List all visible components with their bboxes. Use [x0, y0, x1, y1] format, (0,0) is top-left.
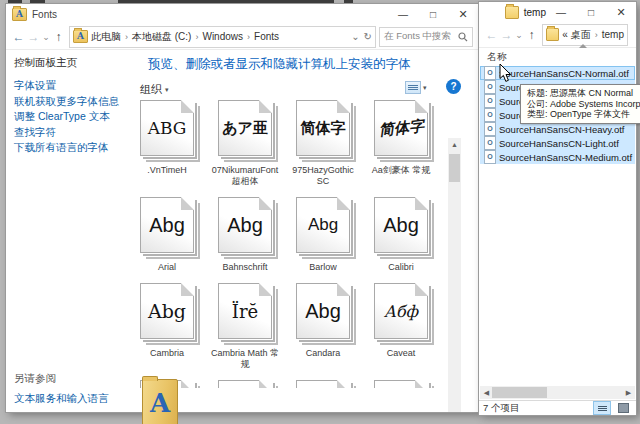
forward-icon[interactable]: → [26, 30, 41, 44]
font-tile-nikumaru[interactable]: あア亜 07NikumaruFont 超相体 [206, 100, 284, 187]
font-file-icon: Ab [218, 380, 272, 388]
font-name: Cambria Math 常规 [208, 348, 282, 370]
window-title: temp [524, 7, 546, 18]
font-preview: Abg [308, 215, 338, 235]
font-name: .VnTimeH [147, 165, 187, 176]
breadcrumb-item[interactable]: 桌面 [571, 28, 591, 42]
font-file-icon: Абф [374, 283, 428, 339]
sidebar-item-adjust-cleartype[interactable]: 调整 ClearType 文本 [14, 109, 119, 125]
maximize-button[interactable]: □ [418, 4, 448, 24]
breadcrumb-item[interactable]: 此电脑 [91, 30, 121, 44]
close-button[interactable]: ✕ [448, 4, 478, 24]
sidebar-item-download-fonts[interactable]: 下载所有语言的字体 [14, 140, 119, 156]
font-name: 975HazyGothic SC [286, 165, 360, 187]
scroll-right-icon[interactable]: ▶ [622, 386, 635, 399]
font-tile-partial[interactable]: Ab [206, 380, 284, 388]
search-input[interactable]: 在 Fonts 中搜索 [379, 27, 473, 47]
drag-ghost-fonts-folder-icon: A [142, 379, 178, 424]
minimize-button[interactable]: — [546, 2, 576, 22]
up-icon[interactable]: ↑ [51, 30, 66, 44]
font-tile-cambria[interactable]: Abg Cambria [128, 283, 206, 370]
otf-file-icon: O [484, 150, 496, 164]
font-file-icon: 简体字 [296, 100, 350, 156]
sidebar-item-font-settings[interactable]: 字体设置 [14, 78, 119, 94]
font-tile-hazygothic[interactable]: 简体字 975HazyGothic SC [284, 100, 362, 187]
minimize-button[interactable]: — [388, 4, 418, 24]
file-row[interactable]: O SourceHanSansCN-Heavy.otf [480, 122, 635, 136]
font-preview: Abg [149, 214, 185, 237]
font-tile-caveat[interactable]: Абф Caveat [362, 283, 440, 370]
history-dropdown-icon[interactable]: ⌄ [514, 30, 524, 40]
up-icon[interactable]: ↑ [524, 28, 539, 42]
font-tile-barlow[interactable]: Abg Barlow [284, 197, 362, 273]
fonts-folder-icon: A [73, 30, 88, 43]
address-bar[interactable]: A 此电脑 › 本地磁盘 (C:) › Windows › Fonts ⌄ ↻ [69, 26, 376, 48]
font-name: 07NikumaruFont 超相体 [208, 165, 282, 187]
tooltip-company: 公司: Adobe Systems Incorporated [527, 99, 640, 110]
sort-ascending-icon [579, 44, 587, 48]
file-row[interactable]: O SourceHanSansCN-Light.otf [480, 136, 635, 150]
breadcrumb-item[interactable]: temp [602, 29, 624, 40]
history-dropdown-icon[interactable]: ⌄ [41, 32, 51, 42]
back-icon[interactable]: ← [11, 30, 26, 44]
vertical-scrollbar[interactable]: ▲ ▼ [448, 138, 461, 412]
back-icon[interactable]: ← [484, 28, 499, 42]
address-bar[interactable]: A « 桌面 › temp [542, 24, 628, 46]
horizontal-scrollbar[interactable]: ◀ ▶ [480, 386, 635, 399]
fonts-app-icon: A [12, 8, 27, 21]
breadcrumb-collapsed[interactable]: « [562, 29, 568, 40]
sidebar-item-text-services[interactable]: 文本服务和输入语言 [14, 392, 109, 406]
font-preview: Abg [227, 214, 263, 237]
temp-titlebar[interactable]: A temp — □ ✕ [479, 2, 636, 22]
font-name: Barlow [309, 262, 337, 273]
font-tile-candara[interactable]: Abg Candara [284, 283, 362, 370]
file-name: SourceHanSansCN-Normal.otf [499, 68, 629, 79]
help-button[interactable]: ? [446, 79, 461, 94]
fonts-titlebar[interactable]: A Fonts — □ ✕ [6, 4, 478, 24]
file-name: SourceHanSansCN-Medium.otf [499, 152, 632, 163]
breadcrumb-item[interactable]: 本地磁盘 (C:) [132, 30, 191, 44]
font-tile-vntimeh[interactable]: ABG .VnTimeH [128, 100, 206, 187]
forward-icon[interactable]: → [499, 28, 514, 42]
change-view-button[interactable]: ▾ [405, 81, 427, 94]
see-also-heading: 另请参阅 [14, 372, 56, 386]
details-view-button[interactable] [593, 401, 611, 415]
address-dropdown-icon[interactable]: ⌄ [351, 31, 359, 42]
mouse-cursor [499, 64, 512, 83]
font-file-icon: Abg [296, 283, 350, 339]
sidebar-item-control-panel-home[interactable]: 控制面板主页 [14, 56, 77, 70]
thumbnails-view-button[interactable] [614, 401, 632, 415]
scroll-up-icon[interactable]: ▲ [448, 138, 461, 151]
scrollbar-thumb[interactable] [449, 154, 460, 182]
font-tile-arial[interactable]: Abg Arial [128, 197, 206, 273]
font-file-icon: Abg [296, 197, 350, 253]
item-count: 7 个项目 [483, 402, 519, 415]
font-name: Candara [306, 348, 341, 359]
sidebar-item-get-font-info-online[interactable]: 联机获取更多字体信息 [14, 94, 119, 110]
font-preview: 简体字 [378, 116, 425, 140]
font-preview: ABG [148, 118, 187, 138]
font-name: Cambria [150, 348, 184, 359]
font-file-icon: 简体字 [374, 100, 428, 156]
font-tile-calibri[interactable]: Abg Calibri [362, 197, 440, 273]
breadcrumb-separator: › [246, 32, 251, 42]
sidebar-item-find-character[interactable]: 查找字符 [14, 125, 119, 141]
font-tile-partial[interactable]: Ab [284, 380, 362, 388]
font-tile-partial[interactable]: Ab [362, 380, 440, 388]
font-name: Bahnschrift [222, 262, 267, 273]
otf-file-icon: O [484, 136, 496, 150]
file-row[interactable]: O SourceHanSansCN-Medium.otf [480, 150, 635, 164]
maximize-button[interactable]: □ [576, 2, 606, 22]
breadcrumb-item[interactable]: Fonts [254, 31, 279, 42]
organize-button[interactable]: 组织 ▾ [140, 82, 169, 97]
font-tile-jianhao[interactable]: 简体字 Aa剑豪体 常规 [362, 100, 440, 187]
scrollbar-thumb[interactable] [492, 387, 547, 398]
close-button[interactable]: ✕ [606, 2, 636, 22]
font-preview: Абф [384, 302, 418, 321]
refresh-icon[interactable]: ↻ [364, 31, 372, 42]
font-file-icon: Abg [374, 197, 428, 253]
font-tile-bahnschrift[interactable]: Abg Bahnschrift [206, 197, 284, 273]
breadcrumb-item[interactable]: Windows [202, 31, 243, 42]
font-tile-cambria-math[interactable]: Ïrĕ Cambria Math 常规 [206, 283, 284, 370]
font-preview: Abg [383, 214, 419, 237]
